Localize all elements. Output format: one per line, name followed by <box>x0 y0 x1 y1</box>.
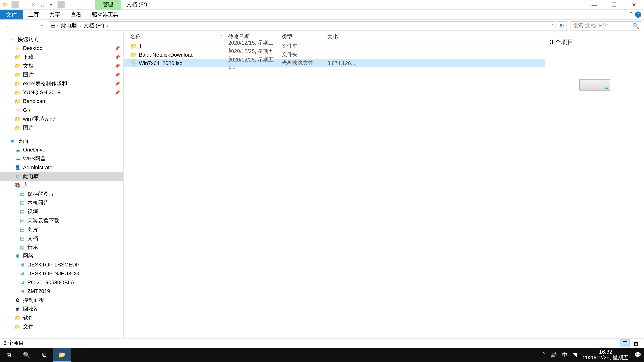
nav-desktop-item[interactable]: 👤Administrator <box>0 163 124 172</box>
nav-label: Bandicam <box>23 98 46 104</box>
column-name[interactable]: 名称 ˄ <box>130 33 228 41</box>
ime-indicator[interactable]: 中 <box>560 348 570 362</box>
refresh-button[interactable]: ↻ <box>557 21 567 31</box>
nav-label: 本机照片 <box>27 199 49 207</box>
clock-date: 2020/12/25, 星期五 <box>583 355 628 361</box>
breadcrumb-this-pc[interactable]: 此电脑 <box>60 22 78 30</box>
nav-lib-item[interactable]: ▤本机照片 <box>0 198 124 207</box>
nav-qa-item[interactable]: 📁文档📌 <box>0 61 124 70</box>
nav-quick-access[interactable]: ★ 快速访问 <box>0 35 124 44</box>
task-view-button[interactable]: ⧉ <box>36 348 53 362</box>
qat-new-icon[interactable]: ✕ <box>30 1 37 8</box>
tab-share[interactable]: 共享 <box>44 10 66 19</box>
tray-app-icon[interactable]: ◥ <box>570 348 580 362</box>
nav-label: 文件 <box>23 323 34 330</box>
close-button[interactable]: ✕ <box>624 0 644 9</box>
chevron-right-icon[interactable]: › <box>57 24 59 28</box>
nav-qa-item[interactable]: 🖥Desktop📌 <box>0 44 124 53</box>
tray-overflow-icon[interactable]: ˄ <box>540 348 548 362</box>
tab-view[interactable]: 查看 <box>66 10 87 19</box>
recent-dropdown[interactable]: ˅ <box>26 21 36 31</box>
address-dropdown-icon[interactable]: ˅ <box>551 24 553 28</box>
nav-extra-item[interactable]: ⚙控制面板 <box>0 296 124 305</box>
breadcrumb-drive[interactable]: 文档 (E:) <box>82 22 106 30</box>
qat-delete-icon[interactable]: ⎌ <box>39 1 46 8</box>
nav-lib-item[interactable]: ▤保存的图片 <box>0 190 124 198</box>
nav-qa-item[interactable]: 📁图片 <box>0 123 124 132</box>
folder-icon: 📁 <box>14 115 21 122</box>
tab-home[interactable]: 主页 <box>23 10 44 19</box>
qat-properties-icon[interactable]: ▫ <box>21 1 28 8</box>
clock[interactable]: 16:32 2020/12/25, 星期五 <box>580 349 632 361</box>
qat-dropdown-icon[interactable]: ▾ <box>48 1 55 8</box>
nav-desktop-item[interactable]: 📚库 <box>0 181 124 190</box>
view-thumbnails-button[interactable]: ▦ <box>630 339 640 347</box>
pin-icon: 📌 <box>114 90 120 95</box>
nav-label: 天翼云盘下载 <box>27 217 59 224</box>
maximize-button[interactable]: ❐ <box>604 0 624 9</box>
nav-extra-item[interactable]: 📁软件 <box>0 313 124 322</box>
nav-qa-item[interactable]: 📁Bandicam <box>0 97 124 106</box>
nav-net-item[interactable]: 🖥DESKTOP-NJEU3CG <box>0 269 124 278</box>
clock-time: 16:32 <box>583 349 628 355</box>
chevron-right-icon[interactable]: › <box>79 24 81 28</box>
nav-qa-item[interactable]: 📁YUNQISHI2019📌 <box>0 88 124 97</box>
volume-icon[interactable]: 🔊 <box>548 348 560 362</box>
action-center-icon[interactable]: 💬 <box>632 348 644 362</box>
search-input[interactable]: 搜索"文档 (E:)" 🔍 <box>570 21 641 31</box>
nav-network[interactable]: ⬢ 网络 <box>0 251 124 260</box>
library-icon: ▤ <box>18 217 26 224</box>
nav-net-item[interactable]: 🖥ZMT2019 <box>0 287 124 296</box>
nav-net-item[interactable]: 🖥DESKTOP-LSSOEDP <box>0 260 124 269</box>
nav-desktop-item[interactable]: 🖥此电脑 <box>0 172 124 181</box>
nav-label: 文档 <box>27 234 38 242</box>
ribbon-collapse-icon[interactable]: ˅ <box>630 11 632 18</box>
nav-desktop-item[interactable]: ☁WPS网盘 <box>0 154 124 163</box>
taskbar-explorer[interactable]: 📁 <box>53 348 70 362</box>
up-button[interactable]: ↑ <box>37 21 47 31</box>
nav-lib-item[interactable]: ▤视频 <box>0 207 124 216</box>
nav-label: 图片 <box>27 226 38 233</box>
minimize-button[interactable]: — <box>584 0 604 9</box>
separator <box>58 1 64 8</box>
cloud-icon: ☁ <box>14 155 21 162</box>
file-row[interactable]: 📁BaiduNetdiskDownload2020/12/25, 星期五 1..… <box>124 50 545 59</box>
back-button[interactable]: ← <box>3 21 12 31</box>
search-button[interactable]: 🔍 <box>18 348 35 362</box>
column-type[interactable]: 类型 <box>282 33 327 41</box>
column-size[interactable]: 大小 <box>327 33 354 41</box>
nav-net-item[interactable]: 🖥PC-20190530OBLA <box>0 278 124 287</box>
chevron-right-icon[interactable]: › <box>106 24 109 28</box>
nav-qa-item[interactable]: 📁下载📌 <box>0 53 124 61</box>
nav-label: 库 <box>23 181 28 189</box>
tab-drive-tools[interactable]: 驱动器工具 <box>87 10 124 19</box>
file-row[interactable]: 📁12020/12/15, 星期二 1...文件夹 <box>124 42 545 50</box>
nav-label: 图片 <box>23 124 34 132</box>
library-icon: ▤ <box>18 208 26 215</box>
nav-desktop[interactable]: ■ 桌面 <box>0 137 124 145</box>
nav-label: Desktop <box>23 45 42 51</box>
nav-qa-item[interactable]: 📁图片📌 <box>0 70 124 79</box>
nav-qa-item[interactable]: 📁win7重装win7 <box>0 114 124 123</box>
nav-extra-item[interactable]: 🗑回收站 <box>0 305 124 313</box>
nav-lib-item[interactable]: ▤天翼云盘下载 <box>0 216 124 225</box>
nav-qa-item[interactable]: 🖴G:\ <box>0 106 124 114</box>
start-button[interactable]: ⊞ <box>0 348 18 362</box>
help-icon[interactable]: ? <box>635 11 641 18</box>
nav-qa-item[interactable]: 📁excel表格制作求和📌 <box>0 79 124 88</box>
nav-label: 视频 <box>27 208 38 216</box>
status-bar: 3 个项目 ☰ ▦ <box>0 338 644 348</box>
nav-lib-item[interactable]: ▤音乐 <box>0 243 124 252</box>
file-row[interactable]: 💿Win7x64_2020.iso2020/12/25, 星期五 1...光盘映… <box>124 59 545 67</box>
nav-desktop-item[interactable]: ☁OneDrive <box>0 145 124 154</box>
nav-lib-item[interactable]: ▤文档 <box>0 234 124 243</box>
view-details-button[interactable]: ☰ <box>620 339 630 347</box>
context-tab-manage[interactable]: 管理 <box>94 0 121 9</box>
computer-icon: 🖥 <box>18 261 26 268</box>
forward-button[interactable]: → <box>14 21 24 31</box>
nav-extra-item[interactable]: 📁文件 <box>0 322 124 331</box>
tab-file[interactable]: 文件 <box>0 10 23 19</box>
folder-icon: 📁 <box>14 124 21 131</box>
address-bar[interactable]: 🖴 › 此电脑 › 文档 (E:) › ˅ <box>49 21 556 31</box>
nav-lib-item[interactable]: ▤图片 <box>0 225 124 234</box>
